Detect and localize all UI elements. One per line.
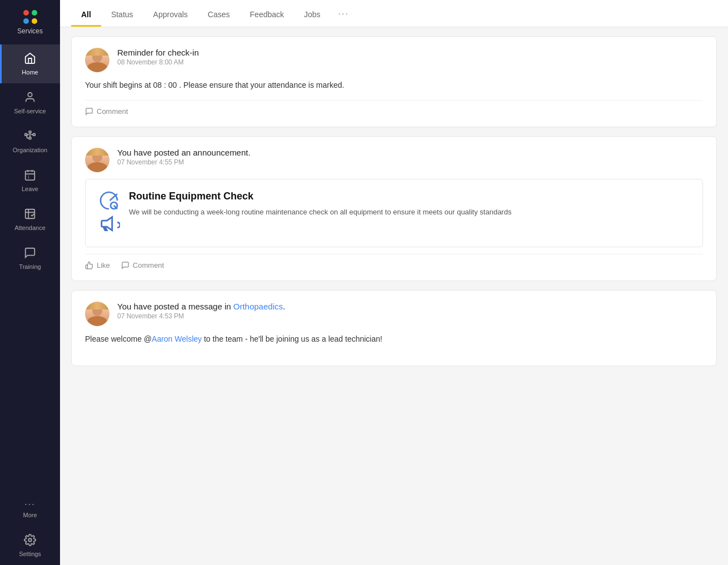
svg-text:1: 1	[27, 175, 29, 179]
dot-blue	[23, 18, 29, 24]
tab-approvals[interactable]: Approvals	[143, 1, 198, 27]
sidebar-item-settings[interactable]: Settings	[0, 526, 60, 565]
card-meta: You have posted an announcement. 07 Nove…	[117, 148, 251, 166]
comment-button[interactable]: Comment	[85, 107, 128, 116]
card-meta: You have posted a message in Orthopaedic…	[117, 302, 285, 320]
comment-label: Comment	[97, 107, 128, 116]
home-icon	[24, 52, 36, 66]
settings-label: Settings	[19, 551, 41, 557]
avatar	[85, 302, 109, 326]
announcement-inner: Routine Equipment Check We will be condu…	[85, 179, 703, 247]
card-time: 07 November 4:53 PM	[117, 312, 285, 320]
tab-jobs[interactable]: Jobs	[294, 1, 331, 27]
home-label: Home	[22, 69, 38, 76]
active-indicator	[0, 44, 2, 83]
card-actions: Comment	[85, 100, 703, 116]
self-service-icon	[24, 91, 36, 105]
sidebar-item-more[interactable]: ··· More	[0, 492, 60, 526]
self-service-label: Self-service	[14, 108, 46, 114]
more-label: More	[23, 512, 37, 518]
sidebar-item-attendance[interactable]: Attendance	[0, 200, 60, 239]
card-title: You have posted an announcement.	[117, 148, 251, 157]
sidebar-item-organization[interactable]: Organization	[0, 122, 60, 161]
training-icon	[24, 247, 36, 261]
card-reminder: Reminder for check-in 08 November 8:00 A…	[71, 36, 717, 127]
leave-label: Leave	[22, 186, 38, 192]
svg-rect-3	[29, 137, 31, 139]
announcement-icon	[99, 191, 120, 236]
logo-dots	[23, 10, 37, 24]
card-announcement: You have posted an announcement. 07 Nove…	[71, 136, 717, 281]
card-body: Please welcome @Aaron Welsley to the tea…	[85, 333, 703, 345]
dot-red	[23, 10, 29, 16]
dot-green	[32, 10, 37, 16]
card-title-prefix: You have posted a message in	[117, 302, 233, 311]
organization-label: Organization	[13, 147, 47, 153]
comment-icon	[85, 107, 93, 116]
card-title-suffix: .	[283, 302, 285, 311]
tab-more[interactable]: ···	[331, 0, 357, 27]
like-label: Like	[97, 261, 110, 269]
tab-cases[interactable]: Cases	[198, 1, 240, 27]
dot-yellow	[32, 18, 37, 24]
sidebar-logo: Services	[0, 0, 60, 44]
svg-rect-10	[26, 171, 35, 181]
sidebar: Services Home Self-service	[0, 0, 60, 565]
tab-feedback[interactable]: Feedback	[240, 1, 294, 27]
sidebar-item-training[interactable]: Training	[0, 239, 60, 278]
like-button[interactable]: Like	[85, 261, 110, 269]
svg-point-0	[28, 93, 32, 97]
announcement-body: We will be conducting a week-long routin…	[129, 207, 511, 218]
card-header: Reminder for check-in 08 November 8:00 A…	[85, 48, 703, 72]
card-time: 07 November 4:55 PM	[117, 158, 251, 166]
svg-point-18	[28, 538, 32, 542]
card-body: Your shift begins at 08 : 00 . Please en…	[85, 79, 703, 91]
tabs-bar: All Status Approvals Cases Feedback Jobs…	[60, 0, 728, 27]
announcement-title: Routine Equipment Check	[129, 191, 511, 202]
training-label: Training	[19, 263, 41, 270]
comment-button[interactable]: Comment	[121, 261, 164, 269]
svg-rect-15	[26, 209, 35, 219]
welcome-prefix: Please welcome @	[85, 334, 152, 343]
comment-icon	[121, 261, 129, 269]
more-icon: ···	[24, 500, 35, 509]
avatar	[85, 48, 109, 72]
user-mention-link[interactable]: Aaron Welsley	[152, 334, 202, 343]
attendance-label: Attendance	[14, 224, 46, 231]
card-time: 08 November 8:00 AM	[117, 58, 199, 66]
card-title: Reminder for check-in	[117, 48, 199, 57]
card-message: You have posted a message in Orthopaedic…	[71, 290, 717, 366]
avatar	[85, 148, 109, 172]
svg-rect-2	[29, 131, 31, 133]
app-name-label: Services	[17, 27, 43, 35]
leave-icon: 1	[24, 169, 36, 183]
group-link[interactable]: Orthopaedics	[233, 302, 283, 311]
sidebar-item-self-service[interactable]: Self-service	[0, 83, 60, 122]
settings-icon	[24, 534, 36, 548]
card-meta: Reminder for check-in 08 November 8:00 A…	[117, 48, 199, 66]
card-header: You have posted an announcement. 07 Nove…	[85, 148, 703, 172]
announcement-content: Routine Equipment Check We will be condu…	[129, 191, 511, 218]
welcome-suffix: to the team - he'll be joining us as a l…	[202, 334, 382, 343]
attendance-icon	[24, 208, 36, 222]
sidebar-item-leave[interactable]: 1 Leave	[0, 161, 60, 200]
sidebar-item-home[interactable]: Home	[0, 44, 60, 83]
activity-feed: Reminder for check-in 08 November 8:00 A…	[60, 27, 728, 565]
svg-rect-4	[33, 133, 36, 136]
card-header: You have posted a message in Orthopaedic…	[85, 302, 703, 326]
card-actions: Like Comment	[85, 254, 703, 269]
tab-all[interactable]: All	[71, 1, 101, 27]
like-icon	[85, 261, 93, 269]
main-content: All Status Approvals Cases Feedback Jobs…	[60, 0, 728, 565]
organization-icon	[24, 130, 36, 144]
card-title: You have posted a message in Orthopaedic…	[117, 302, 285, 311]
comment-label: Comment	[133, 261, 164, 269]
tab-status[interactable]: Status	[101, 1, 143, 27]
